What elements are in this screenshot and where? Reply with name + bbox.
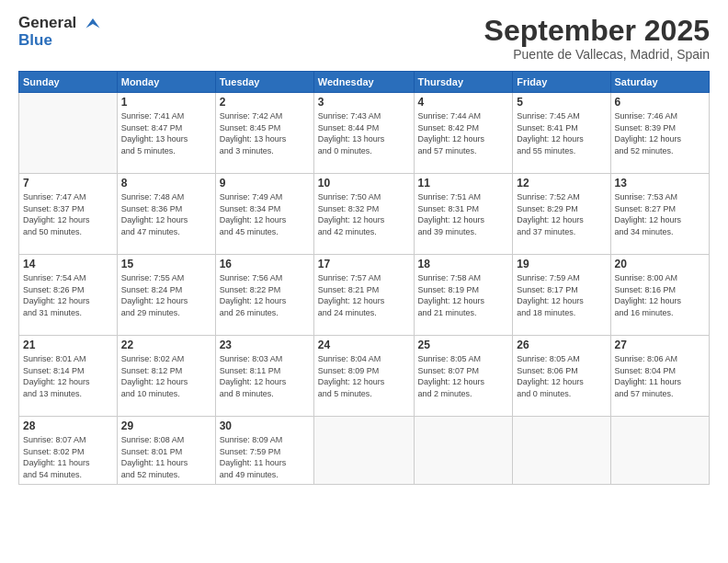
day-info: Sunrise: 7:52 AM Sunset: 8:29 PM Dayligh… (517, 191, 606, 237)
calendar-week-1: 1Sunrise: 7:41 AM Sunset: 8:47 PM Daylig… (19, 93, 710, 174)
day-number: 23 (220, 339, 310, 351)
title-block: September 2025 Puente de Vallecas, Madri… (484, 15, 710, 62)
calendar-cell (414, 417, 513, 484)
day-info: Sunrise: 7:57 AM Sunset: 8:21 PM Dayligh… (318, 272, 410, 318)
day-number: 20 (615, 258, 705, 270)
calendar-week-5: 28Sunrise: 8:07 AM Sunset: 8:02 PM Dayli… (19, 417, 710, 484)
col-header-wednesday: Wednesday (313, 72, 414, 93)
day-info: Sunrise: 8:05 AM Sunset: 8:07 PM Dayligh… (418, 353, 509, 399)
day-number: 30 (220, 419, 310, 432)
day-info: Sunrise: 7:55 AM Sunset: 8:24 PM Dayligh… (121, 272, 211, 318)
day-number: 28 (23, 419, 113, 432)
calendar-cell: 11Sunrise: 7:51 AM Sunset: 8:31 PM Dayli… (414, 174, 513, 255)
calendar-cell: 27Sunrise: 8:06 AM Sunset: 8:04 PM Dayli… (610, 336, 709, 417)
calendar-cell (513, 417, 610, 484)
day-number: 11 (418, 177, 509, 190)
day-info: Sunrise: 7:58 AM Sunset: 8:19 PM Dayligh… (418, 272, 509, 318)
calendar-cell: 12Sunrise: 7:52 AM Sunset: 8:29 PM Dayli… (513, 174, 610, 255)
day-number: 13 (615, 177, 705, 190)
day-number: 1 (121, 96, 211, 109)
day-number: 15 (121, 258, 211, 270)
calendar-cell: 26Sunrise: 8:05 AM Sunset: 8:06 PM Dayli… (513, 336, 610, 417)
col-header-tuesday: Tuesday (215, 72, 313, 93)
day-number: 9 (220, 177, 310, 190)
day-number: 17 (318, 258, 410, 270)
calendar-week-2: 7Sunrise: 7:47 AM Sunset: 8:37 PM Daylig… (19, 174, 710, 255)
col-header-saturday: Saturday (610, 72, 709, 93)
calendar-cell: 28Sunrise: 8:07 AM Sunset: 8:02 PM Dayli… (19, 417, 118, 484)
col-header-friday: Friday (513, 72, 610, 93)
calendar-cell: 25Sunrise: 8:05 AM Sunset: 8:07 PM Dayli… (414, 336, 513, 417)
day-number: 24 (318, 339, 410, 351)
day-info: Sunrise: 7:53 AM Sunset: 8:27 PM Dayligh… (615, 191, 705, 237)
col-header-thursday: Thursday (414, 72, 513, 93)
svg-marker-0 (86, 18, 100, 29)
day-number: 22 (121, 339, 211, 351)
calendar-cell: 5Sunrise: 7:45 AM Sunset: 8:41 PM Daylig… (513, 93, 610, 174)
logo-bird-icon (83, 16, 103, 32)
calendar-cell: 24Sunrise: 8:04 AM Sunset: 8:09 PM Dayli… (313, 336, 414, 417)
day-number: 10 (318, 177, 410, 190)
day-number: 29 (121, 419, 211, 432)
day-info: Sunrise: 7:49 AM Sunset: 8:34 PM Dayligh… (220, 191, 310, 237)
logo: General Blue (18, 15, 103, 49)
day-info: Sunrise: 7:44 AM Sunset: 8:42 PM Dayligh… (418, 110, 509, 156)
day-number: 21 (23, 339, 113, 351)
calendar-cell (19, 93, 118, 174)
calendar-cell: 22Sunrise: 8:02 AM Sunset: 8:12 PM Dayli… (117, 336, 215, 417)
day-info: Sunrise: 8:04 AM Sunset: 8:09 PM Dayligh… (318, 353, 410, 399)
calendar-week-3: 14Sunrise: 7:54 AM Sunset: 8:26 PM Dayli… (19, 255, 710, 336)
day-number: 6 (615, 96, 705, 109)
calendar-cell: 18Sunrise: 7:58 AM Sunset: 8:19 PM Dayli… (414, 255, 513, 336)
day-number: 19 (517, 258, 606, 270)
location: Puente de Vallecas, Madrid, Spain (484, 47, 710, 62)
calendar-table: SundayMondayTuesdayWednesdayThursdayFrid… (18, 71, 710, 484)
day-info: Sunrise: 8:07 AM Sunset: 8:02 PM Dayligh… (23, 434, 113, 480)
calendar-cell: 29Sunrise: 8:08 AM Sunset: 8:01 PM Dayli… (117, 417, 215, 484)
day-number: 12 (517, 177, 606, 190)
day-number: 8 (121, 177, 211, 190)
calendar-cell: 17Sunrise: 7:57 AM Sunset: 8:21 PM Dayli… (313, 255, 414, 336)
day-info: Sunrise: 8:00 AM Sunset: 8:16 PM Dayligh… (615, 272, 705, 318)
day-info: Sunrise: 7:54 AM Sunset: 8:26 PM Dayligh… (23, 272, 113, 318)
day-info: Sunrise: 7:41 AM Sunset: 8:47 PM Dayligh… (121, 110, 211, 156)
day-info: Sunrise: 7:50 AM Sunset: 8:32 PM Dayligh… (318, 191, 410, 237)
day-info: Sunrise: 8:09 AM Sunset: 7:59 PM Dayligh… (220, 434, 310, 480)
calendar-cell: 19Sunrise: 7:59 AM Sunset: 8:17 PM Dayli… (513, 255, 610, 336)
day-info: Sunrise: 7:48 AM Sunset: 8:36 PM Dayligh… (121, 191, 211, 237)
day-info: Sunrise: 8:06 AM Sunset: 8:04 PM Dayligh… (615, 353, 705, 399)
day-info: Sunrise: 7:47 AM Sunset: 8:37 PM Dayligh… (23, 191, 113, 237)
col-header-sunday: Sunday (19, 72, 118, 93)
day-number: 25 (418, 339, 509, 351)
logo-blue: Blue (18, 32, 103, 50)
day-info: Sunrise: 8:02 AM Sunset: 8:12 PM Dayligh… (121, 353, 211, 399)
page-header: General Blue September 2025 Puente de Va… (18, 15, 710, 62)
calendar-cell: 9Sunrise: 7:49 AM Sunset: 8:34 PM Daylig… (215, 174, 313, 255)
calendar-header-row: SundayMondayTuesdayWednesdayThursdayFrid… (19, 72, 710, 93)
day-info: Sunrise: 7:46 AM Sunset: 8:39 PM Dayligh… (615, 110, 705, 156)
calendar-cell: 15Sunrise: 7:55 AM Sunset: 8:24 PM Dayli… (117, 255, 215, 336)
month-title: September 2025 (484, 15, 710, 47)
col-header-monday: Monday (117, 72, 215, 93)
calendar-cell: 13Sunrise: 7:53 AM Sunset: 8:27 PM Dayli… (610, 174, 709, 255)
calendar-cell: 30Sunrise: 8:09 AM Sunset: 7:59 PM Dayli… (215, 417, 313, 484)
day-info: Sunrise: 8:05 AM Sunset: 8:06 PM Dayligh… (517, 353, 606, 399)
day-number: 4 (418, 96, 509, 109)
day-info: Sunrise: 8:08 AM Sunset: 8:01 PM Dayligh… (121, 434, 211, 480)
calendar-cell: 4Sunrise: 7:44 AM Sunset: 8:42 PM Daylig… (414, 93, 513, 174)
day-number: 2 (220, 96, 310, 109)
day-info: Sunrise: 8:03 AM Sunset: 8:11 PM Dayligh… (220, 353, 310, 399)
calendar-cell: 6Sunrise: 7:46 AM Sunset: 8:39 PM Daylig… (610, 93, 709, 174)
logo-general: General (18, 15, 103, 32)
day-number: 26 (517, 339, 606, 351)
calendar-cell (610, 417, 709, 484)
calendar-cell: 2Sunrise: 7:42 AM Sunset: 8:45 PM Daylig… (215, 93, 313, 174)
day-info: Sunrise: 7:51 AM Sunset: 8:31 PM Dayligh… (418, 191, 509, 237)
day-info: Sunrise: 7:42 AM Sunset: 8:45 PM Dayligh… (220, 110, 310, 156)
day-number: 18 (418, 258, 509, 270)
calendar-cell: 7Sunrise: 7:47 AM Sunset: 8:37 PM Daylig… (19, 174, 118, 255)
calendar-cell: 8Sunrise: 7:48 AM Sunset: 8:36 PM Daylig… (117, 174, 215, 255)
calendar-cell: 23Sunrise: 8:03 AM Sunset: 8:11 PM Dayli… (215, 336, 313, 417)
calendar-cell: 21Sunrise: 8:01 AM Sunset: 8:14 PM Dayli… (19, 336, 118, 417)
day-number: 16 (220, 258, 310, 270)
